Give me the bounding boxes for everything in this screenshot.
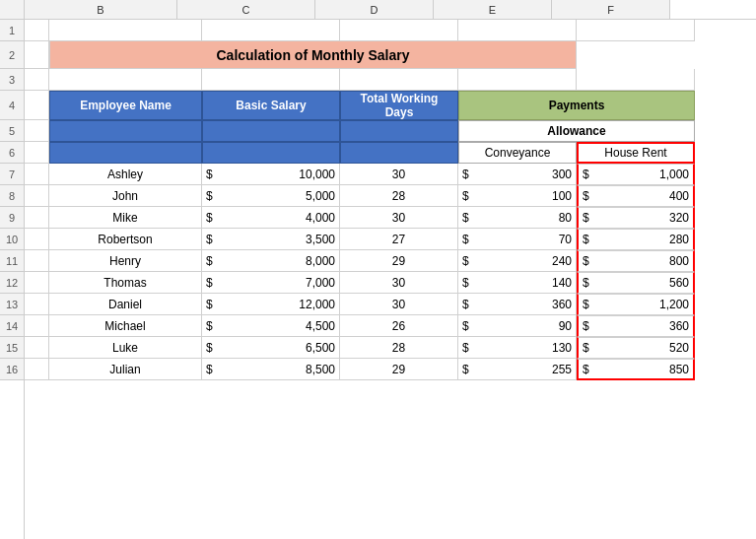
r3-f (577, 69, 695, 91)
r13-conv: $360 (458, 294, 577, 315)
data-row-8: John $5,000 28 $100 $400 (25, 185, 756, 207)
row-num-7: 7 (0, 164, 24, 185)
col-header-b: B (25, 0, 177, 19)
header-conveyance: Conveyance (458, 142, 577, 164)
row-num-16: 16 (0, 359, 24, 380)
r14-name: Michael (49, 315, 202, 337)
r1-a (25, 20, 49, 41)
col-header-e: E (434, 0, 552, 19)
r6-c (202, 142, 340, 164)
r16-a (25, 359, 49, 380)
row-num-14: 14 (0, 315, 24, 337)
row-num-13: 13 (0, 294, 24, 315)
row-2: Calculation of Monthly Salary (25, 41, 756, 69)
data-rows: Ashley $10,000 30 $300 $1,000 John $5,00… (25, 164, 756, 380)
r13-salary: $12,000 (202, 294, 340, 315)
row-num-6: 6 (0, 142, 24, 164)
data-row-7: Ashley $10,000 30 $300 $1,000 (25, 164, 756, 185)
r11-conv: $240 (458, 250, 577, 272)
r10-days: 27 (340, 229, 458, 250)
r11-name: Henry (49, 250, 202, 272)
r14-days: 26 (340, 315, 458, 337)
row-6: Conveyance House Rent (25, 142, 756, 164)
r12-a (25, 272, 49, 294)
data-row-14: Michael $4,500 26 $90 $360 (25, 315, 756, 337)
r16-rent: $850 (577, 359, 695, 380)
row-4: Employee Name Basic Salary Total Working… (25, 91, 756, 120)
r8-rent: $400 (577, 185, 695, 207)
row-numbers: 1 2 3 4 5 6 7 8 9 10 11 12 13 14 15 16 (0, 20, 25, 539)
r8-days: 28 (340, 185, 458, 207)
row-3 (25, 69, 756, 91)
r9-salary: $4,000 (202, 207, 340, 229)
r15-salary: $6,500 (202, 337, 340, 359)
r9-days: 30 (340, 207, 458, 229)
r15-days: 28 (340, 337, 458, 359)
row-num-15: 15 (0, 337, 24, 359)
r8-a (25, 185, 49, 207)
r8-salary: $5,000 (202, 185, 340, 207)
header-house-rent: House Rent (577, 142, 695, 164)
r9-conv: $80 (458, 207, 577, 229)
row-num-5: 5 (0, 120, 24, 142)
r12-rent: $560 (577, 272, 695, 294)
row-num-3: 3 (0, 69, 24, 91)
r1-e (458, 20, 577, 41)
r12-days: 30 (340, 272, 458, 294)
r7-conv: $300 (458, 164, 577, 185)
r5-d (340, 120, 458, 142)
data-row-9: Mike $4,000 30 $80 $320 (25, 207, 756, 229)
r2-a (25, 41, 49, 69)
header-employee-name: Employee Name (49, 91, 202, 120)
r11-rent: $800 (577, 250, 695, 272)
r15-a (25, 337, 49, 359)
r12-salary: $7,000 (202, 272, 340, 294)
r1-f (577, 20, 695, 41)
r12-conv: $140 (458, 272, 577, 294)
r5-b (49, 120, 202, 142)
spreadsheet-body: 1 2 3 4 5 6 7 8 9 10 11 12 13 14 15 16 (0, 20, 756, 539)
column-header-row: B C D E F (0, 0, 756, 20)
r6-b (49, 142, 202, 164)
r16-days: 29 (340, 359, 458, 380)
row-5: Allowance (25, 120, 756, 142)
r10-a (25, 229, 49, 250)
r3-c (202, 69, 340, 91)
r7-name: Ashley (49, 164, 202, 185)
row-num-11: 11 (0, 250, 24, 272)
row-num-10: 10 (0, 229, 24, 250)
r16-conv: $255 (458, 359, 577, 380)
row-num-1: 1 (0, 20, 24, 41)
row-num-12: 12 (0, 272, 24, 294)
r7-rent: $1,000 (577, 164, 695, 185)
r14-conv: $90 (458, 315, 577, 337)
row-num-2: 2 (0, 41, 24, 69)
title-cell: Calculation of Monthly Salary (49, 41, 577, 69)
r15-name: Luke (49, 337, 202, 359)
header-allowance: Allowance (458, 120, 695, 142)
r14-rent: $360 (577, 315, 695, 337)
r8-conv: $100 (458, 185, 577, 207)
col-header-f: F (552, 0, 670, 19)
header-total-working-days: Total Working Days (340, 91, 458, 120)
r9-rent: $320 (577, 207, 695, 229)
grid-area: Calculation of Monthly Salary Employee N… (25, 20, 756, 539)
data-row-10: Robertson $3,500 27 $70 $280 (25, 229, 756, 250)
r10-rent: $280 (577, 229, 695, 250)
r1-c (202, 20, 340, 41)
r7-a (25, 164, 49, 185)
r13-name: Daniel (49, 294, 202, 315)
r6-d (340, 142, 458, 164)
data-row-11: Henry $8,000 29 $240 $800 (25, 250, 756, 272)
r1-d (340, 20, 458, 41)
data-row-12: Thomas $7,000 30 $140 $560 (25, 272, 756, 294)
r8-name: John (49, 185, 202, 207)
r3-d (340, 69, 458, 91)
col-header-d: D (315, 0, 434, 19)
header-payments: Payments (458, 91, 695, 120)
spreadsheet-title: Calculation of Monthly Salary (54, 47, 572, 63)
r3-b (49, 69, 202, 91)
r11-days: 29 (340, 250, 458, 272)
data-row-16: Julian $8,500 29 $255 $850 (25, 359, 756, 380)
r7-days: 30 (340, 164, 458, 185)
